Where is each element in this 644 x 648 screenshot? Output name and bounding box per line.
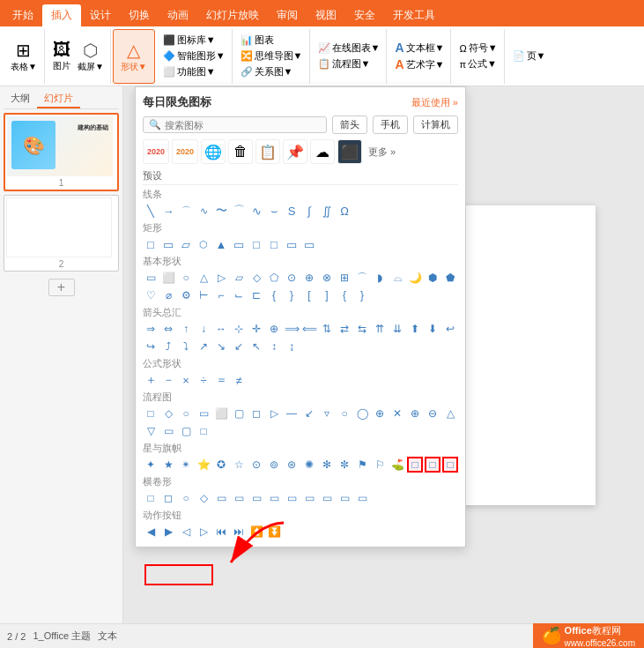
tab-insert[interactable]: 插入 — [42, 4, 81, 26]
fc-17[interactable]: ⊖ — [425, 406, 440, 421]
arr-14[interactable]: ⇈ — [372, 321, 388, 337]
screenshot-button[interactable]: ⬡ 截屏▼ — [75, 38, 107, 75]
arr-21[interactable]: ⤵ — [178, 339, 194, 354]
shape-line-1[interactable]: ╲ — [143, 203, 159, 219]
fc-10[interactable]: ↙ — [301, 406, 317, 421]
arr-1[interactable]: ⇒ — [143, 321, 159, 337]
shape-rect-6[interactable]: ▭ — [231, 236, 247, 252]
fc-6[interactable]: ▢ — [231, 406, 247, 421]
bs-6[interactable]: ▱ — [231, 270, 247, 286]
sc-13[interactable]: ▭ — [354, 490, 370, 506]
arr-24[interactable]: ↙ — [231, 339, 247, 354]
fc-21[interactable]: ▢ — [178, 423, 194, 439]
st-18[interactable]: □ — [442, 457, 458, 473]
tab-start[interactable]: 开始 — [4, 4, 42, 26]
arr-7[interactable]: ✛ — [248, 321, 264, 337]
shape-rect-7[interactable]: □ — [248, 236, 264, 252]
shape-rect-5[interactable]: ▲ — [213, 236, 229, 252]
sc-9[interactable]: ▭ — [284, 490, 300, 506]
arr-17[interactable]: ⬇ — [425, 321, 440, 337]
sc-11[interactable]: ▭ — [319, 490, 335, 506]
slides-tab[interactable]: 幻灯片 — [37, 90, 80, 108]
arr-3[interactable]: ↑ — [178, 321, 194, 337]
arr-5[interactable]: ↔ — [213, 321, 229, 337]
bs-5[interactable]: ▷ — [213, 270, 229, 286]
bs-15[interactable]: ⌓ — [389, 270, 405, 286]
tab-animation[interactable]: 动画 — [159, 4, 197, 26]
online-chart-button[interactable]: 📈在线图表▼ — [315, 41, 383, 56]
arr-22[interactable]: ↗ — [196, 339, 211, 354]
bs-8[interactable]: ⬠ — [266, 270, 282, 286]
bs-10[interactable]: ⊕ — [301, 270, 317, 286]
sc-12[interactable]: ▭ — [337, 490, 352, 506]
fc-3[interactable]: ○ — [178, 406, 194, 421]
fc-20[interactable]: ▭ — [160, 423, 176, 439]
icon-pack-5[interactable]: 📋 — [255, 139, 280, 164]
icon-pack-1[interactable]: 2020 — [143, 139, 169, 164]
tab-security[interactable]: 安全 — [345, 4, 384, 26]
shape-line-11[interactable]: ∬ — [319, 203, 335, 219]
arr-19[interactable]: ↪ — [143, 339, 159, 354]
st-17[interactable]: □ — [425, 457, 440, 473]
fc-8[interactable]: ▷ — [266, 406, 282, 421]
st-7[interactable]: ⊙ — [248, 457, 264, 473]
sc-6[interactable]: ▭ — [231, 490, 247, 506]
bs-16[interactable]: 🌙 — [407, 270, 423, 286]
fc-12[interactable]: ○ — [337, 406, 352, 421]
textbox-button[interactable]: A文本框▼ — [392, 40, 447, 56]
st-8[interactable]: ⊚ — [266, 457, 282, 473]
formula-button[interactable]: π公式▼ — [456, 56, 500, 71]
add-slide-button[interactable]: + — [48, 279, 75, 296]
bs-9[interactable]: ⊙ — [284, 270, 300, 286]
arr-9[interactable]: ⟹ — [284, 321, 300, 337]
icon-pack-7[interactable]: ☁ — [310, 139, 335, 164]
bs-1[interactable]: ▭ — [143, 270, 159, 286]
sc-7[interactable]: ▭ — [248, 490, 264, 506]
shape-rect-8[interactable]: □ — [266, 236, 282, 252]
tab-transition[interactable]: 切换 — [120, 4, 159, 26]
wordart-button[interactable]: A艺术字▼ — [392, 56, 447, 72]
icon-pack-8[interactable]: ⬛ — [337, 139, 362, 164]
st-12[interactable]: ✼ — [337, 457, 352, 473]
st-6[interactable]: ☆ — [231, 457, 247, 473]
arr-10[interactable]: ⟸ — [301, 321, 317, 337]
symbol-button[interactable]: Ω符号▼ — [456, 41, 500, 56]
bs-12[interactable]: ⊞ — [337, 270, 352, 286]
shape-rect-1[interactable]: □ — [143, 236, 159, 252]
sc-1[interactable]: □ — [143, 490, 159, 506]
shape-line-9[interactable]: S — [284, 203, 300, 219]
fc-18[interactable]: △ — [442, 406, 458, 421]
bs-2[interactable]: ⬜ — [160, 270, 176, 286]
shape-line-2[interactable]: → — [160, 203, 176, 219]
tab-dev[interactable]: 开发工具 — [384, 4, 444, 26]
bs-22[interactable]: ⊢ — [196, 287, 211, 303]
shape-rect-10[interactable]: ▭ — [301, 236, 317, 252]
fc-22[interactable]: □ — [196, 423, 211, 439]
arr-13[interactable]: ⇆ — [354, 321, 370, 337]
bs-18[interactable]: ⬟ — [442, 270, 458, 286]
shape-line-6[interactable]: ⌒ — [231, 203, 247, 219]
fc-11[interactable]: ▿ — [319, 406, 335, 421]
arr-18[interactable]: ↩ — [442, 321, 458, 337]
icon-lib-button[interactable]: ⬛图标库▼ — [160, 33, 228, 48]
shape-line-3[interactable]: ⌒ — [178, 203, 194, 219]
arr-23[interactable]: ↘ — [213, 339, 229, 354]
fc-4[interactable]: ▭ — [196, 406, 211, 421]
shape-line-7[interactable]: ∿ — [248, 203, 264, 219]
slide-thumb-2[interactable]: 2 — [4, 195, 119, 272]
sc-8[interactable]: ▭ — [266, 490, 282, 506]
st-15[interactable]: ⛳ — [389, 457, 405, 473]
fc-9[interactable]: — — [284, 406, 300, 421]
chart-button[interactable]: 📊图表 — [238, 33, 306, 48]
st-4[interactable]: ⭐ — [196, 457, 211, 473]
arr-6[interactable]: ⊹ — [231, 321, 247, 337]
icon-pack-6[interactable]: 📌 — [283, 139, 307, 164]
st-9[interactable]: ⊛ — [284, 457, 300, 473]
bs-26[interactable]: { — [266, 287, 282, 303]
fs-6[interactable]: ≠ — [231, 372, 247, 388]
bs-14[interactable]: ◗ — [372, 270, 388, 286]
arr-25[interactable]: ↖ — [248, 339, 264, 354]
more-packs-btn[interactable]: 更多 » — [365, 145, 399, 159]
st-13[interactable]: ⚑ — [354, 457, 370, 473]
arr-11[interactable]: ⇅ — [319, 321, 335, 337]
